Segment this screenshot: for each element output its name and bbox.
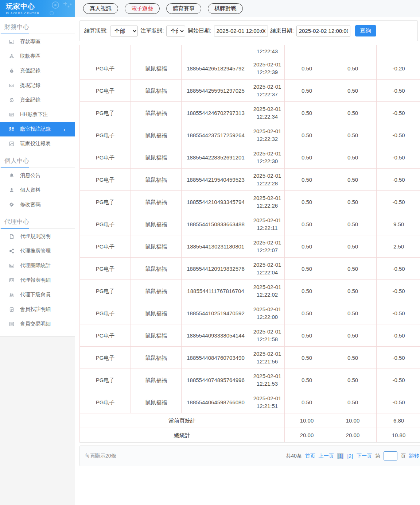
- venue-cell: PG电子: [80, 347, 131, 369]
- valid-cell: [329, 45, 377, 57]
- sidebar-item-withdraw[interactable]: 取款專區: [0, 49, 75, 63]
- tab-real-video[interactable]: 真人視訊: [83, 3, 118, 14]
- sidebar-item-deposit[interactable]: 存款專區: [0, 34, 75, 49]
- bell-icon: [9, 173, 15, 178]
- page-size-text: 每頁顯示20條: [85, 453, 116, 459]
- jump-prefix-label: 第: [375, 453, 380, 459]
- sidebar-item-agent-team-stats[interactable]: 代理團隊統計: [0, 258, 75, 273]
- bet-records-table: 12:22:43PG电子鼠鼠福福18855442651829457922025-…: [79, 45, 420, 443]
- sidebar-item-label: 取款專區: [20, 53, 40, 59]
- sidebar-item-label: 會員投註明細: [20, 306, 51, 313]
- gamepad-icon: [47, 1, 73, 17]
- game-cell: 鼠鼠福福: [131, 124, 182, 146]
- sidebar-item-member-transaction-detail[interactable]: 會員交易明細: [0, 317, 75, 331]
- settle-status-select[interactable]: 全部: [110, 26, 138, 36]
- tab-sports-events[interactable]: 體育賽事: [166, 3, 201, 14]
- sidebar-item-funds-record[interactable]: 資金記錄: [0, 93, 75, 107]
- tab-board-games[interactable]: 棋牌對戰: [208, 3, 243, 14]
- table-row: PG电子鼠鼠福福18855441117678167042025-02-0112:…: [80, 280, 420, 302]
- sidebar-item-profile[interactable]: 個人資料: [0, 183, 75, 197]
- summary-winloss-cell: 10.80: [377, 428, 420, 443]
- table-row: PG电子鼠鼠福福18855442195404595232025-02-0112:…: [80, 169, 420, 191]
- sidebar-item-label: 充值記錄: [20, 68, 40, 74]
- time-cell: 2025-02-0112:21:56: [250, 347, 285, 369]
- game-cell: 鼠鼠福福: [131, 146, 182, 169]
- bet-cell: 0.50: [285, 169, 329, 191]
- order-id-cell: [182, 45, 250, 57]
- sidebar-item-announcements[interactable]: 消息公告: [0, 168, 75, 183]
- table-row: PG电子鼠鼠福福18855442651829457922025-02-0112:…: [80, 57, 420, 80]
- time-cell: 2025-02-0112:21:53: [250, 369, 285, 391]
- valid-cell: 0.50: [329, 213, 377, 235]
- page-link-current[interactable]: [1]: [337, 453, 344, 459]
- filter-bar: 結算狀態: 全部 注單狀態: 全部 開始日期: 結束日期: 查詢: [79, 20, 418, 41]
- total-summary-row: 總統計20.0020.0010.80: [80, 428, 420, 443]
- start-date-label: 開始日期:: [188, 27, 211, 34]
- page-link[interactable]: [2]: [347, 453, 353, 459]
- sidebar-item-label: 個人資料: [20, 187, 40, 193]
- sidebar-item-label: 玩家投注報表: [20, 140, 51, 147]
- time-cell: 2025-02-0112:22:07: [250, 235, 285, 258]
- sidebar-item-agent-sub-members[interactable]: 代理下級會員: [0, 288, 75, 302]
- sidebar-item-hall-bet-record[interactable]: 廳室投註記錄›: [0, 122, 75, 136]
- end-date-input[interactable]: [296, 26, 350, 36]
- jump-page-input[interactable]: [384, 451, 397, 460]
- order-status-label: 注單狀態:: [140, 27, 164, 34]
- game-cell: 鼠鼠福福: [131, 213, 182, 235]
- sidebar-item-label: 廳室投註記錄: [20, 126, 51, 132]
- bet-cell: 0.50: [285, 213, 329, 235]
- prev-page-link[interactable]: 上一页: [319, 453, 334, 459]
- sidebar-item-label: 消息公告: [20, 172, 40, 179]
- tab-electronic-games[interactable]: 電子遊藝: [125, 3, 160, 14]
- section-title: 個人中心: [0, 151, 75, 167]
- venue-cell: PG电子: [80, 369, 131, 391]
- person-icon: [9, 187, 15, 193]
- sidebar-item-change-password[interactable]: 修改密碼: [0, 197, 75, 212]
- summary-winloss-cell: 6.80: [377, 413, 420, 428]
- game-cell: [131, 45, 182, 57]
- table-row: PG电子鼠鼠福福18855441302311808012025-02-0112:…: [80, 235, 420, 258]
- chart-icon: [9, 141, 15, 147]
- gear-icon: [9, 202, 15, 208]
- sidebar-item-recharge-record[interactable]: 充值記錄: [0, 63, 75, 78]
- sidebar-item-hh-lottery-bet[interactable]: HH彩票下注: [0, 107, 75, 122]
- jump-button[interactable]: 跳转: [409, 453, 419, 459]
- pagination-bar: 每頁顯示20條 共40条 首页 上一页 [1][2] 下一页 第 页 跳转: [79, 446, 420, 466]
- venue-cell: PG电子: [80, 213, 131, 235]
- first-page-link[interactable]: 首页: [305, 453, 315, 459]
- order-status-select[interactable]: 全部: [166, 26, 185, 36]
- sidebar-item-player-bet-report[interactable]: 玩家投注報表: [0, 136, 75, 151]
- valid-cell: 0.50: [329, 146, 377, 169]
- sidebar-item-agent-rules[interactable]: 代理規則說明: [0, 229, 75, 244]
- list-doc-icon: [9, 112, 15, 117]
- withdraw-hand-icon: [9, 53, 15, 59]
- game-cell: 鼠鼠福福: [131, 102, 182, 124]
- order-id-cell: 1885544093338054144: [182, 324, 250, 347]
- summary-bet-cell: 10.00: [285, 413, 329, 428]
- sidebar-item-member-bet-detail[interactable]: 會員投註明細: [0, 302, 75, 317]
- order-id-cell: 1885544130231180801: [182, 235, 250, 258]
- moneybag-icon: [9, 68, 15, 74]
- venue-cell: PG电子: [80, 102, 131, 124]
- venue-cell: PG电子: [80, 80, 131, 102]
- sidebar-item-withdraw-record[interactable]: 提現記錄: [0, 78, 75, 93]
- table-row: PG电子鼠鼠福福18855442467027973132025-02-0112:…: [80, 102, 420, 124]
- bet-cell: 0.50: [285, 191, 329, 213]
- sidebar-item-agent-report-detail[interactable]: 代理報表明細: [0, 273, 75, 288]
- table-row: PG电子鼠鼠福福18855440933380541442025-02-0112:…: [80, 324, 420, 347]
- sidebar-item-label: 代理團隊統計: [20, 262, 51, 269]
- next-page-link[interactable]: 下一页: [357, 453, 372, 459]
- valid-cell: 0.50: [329, 235, 377, 258]
- time-cell: 2025-02-0112:22:04: [250, 258, 285, 280]
- sidebar-item-agent-promotion[interactable]: 代理推廣管理: [0, 244, 75, 258]
- search-button[interactable]: 查詢: [355, 25, 376, 36]
- winloss-cell: -0.20: [377, 57, 420, 80]
- table-row: PG电子鼠鼠福福18855442104933457942025-02-0112:…: [80, 191, 420, 213]
- sidebar-item-label: 修改密碼: [20, 201, 40, 208]
- share-icon: [9, 248, 15, 254]
- bullet-list-icon: [9, 126, 15, 132]
- venue-cell: PG电子: [80, 324, 131, 347]
- winloss-cell: -0.50: [377, 347, 420, 369]
- chevron-right-icon: ›: [63, 126, 65, 132]
- start-date-input[interactable]: [214, 26, 268, 36]
